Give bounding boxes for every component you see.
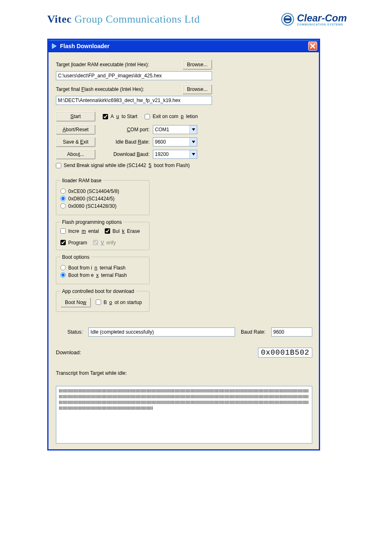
left-column: Target Iloader RAM executable (Intel Hex… — [56, 60, 212, 170]
rambase-opt-0[interactable]: 0xCE00 (SC14404/5/8) — [60, 188, 145, 194]
download-label: Download: — [56, 349, 81, 355]
status-line: Status: Idle (completed successfully) Ba… — [56, 327, 312, 337]
status-value: Idle (completed successfully) — [90, 329, 154, 335]
transcript-box[interactable]: IIIIIIIIIIIIIIIIIIIIIIIIIIIIIIIIIIIIIIII… — [56, 386, 312, 444]
app-icon — [51, 43, 58, 49]
about-button[interactable]: About... — [56, 149, 95, 159]
rambase-group: Iloader RAM base 0xCE00 (SC14404/5/8) 0x… — [56, 178, 150, 215]
exit-on-completion-checkbox[interactable]: Exit on completion — [145, 114, 198, 119]
svg-marker-3 — [52, 44, 56, 49]
flash-label: Target final Flash executable (Intel Hex… — [56, 86, 144, 92]
status-label: Status: — [56, 329, 83, 335]
idle-baud-select[interactable]: 9600 — [153, 137, 197, 146]
transcript-text: IIIIIIIIIIIIIIIIIIIIIIIIIIIIIIIIIIIIIIII… — [59, 388, 309, 411]
boot-now-button[interactable]: Boot Now — [60, 297, 91, 307]
transcript-label: Transcript from Target while idle: — [56, 370, 312, 376]
incremental-checkbox[interactable]: Incremental — [60, 228, 99, 234]
save-exit-button[interactable]: Save & Exit — [56, 137, 95, 147]
boot-options-group: Boot options Boot from internal Flash Bo… — [56, 254, 150, 284]
boot-external-radio[interactable]: Boot from external Flash — [60, 272, 145, 278]
brand-rest: Group Communications Ltd — [71, 13, 200, 25]
rambase-opt-2[interactable]: 0x0080 (SC14428/30) — [60, 203, 145, 209]
start-button[interactable]: Start — [56, 111, 95, 121]
flashprog-group: Flash programming options Incremental Bu… — [56, 219, 150, 250]
com-port-label: COM port: — [108, 127, 153, 132]
clearcom-sub: COMMUNICATION SYSTEMS — [297, 23, 347, 26]
chevron-down-icon — [189, 125, 197, 134]
download-baud-select[interactable]: 19200 — [153, 150, 197, 159]
browse-iloader-button[interactable]: Browse... — [182, 60, 212, 70]
right-column: Iloader RAM base 0xCE00 (SC14404/5/8) 0x… — [56, 178, 150, 316]
browse-flash-button[interactable]: Browse... — [182, 84, 212, 94]
abort-reset-button[interactable]: Abort/Reset — [56, 125, 95, 135]
brand-bold: Vitec — [47, 13, 71, 25]
chevron-down-icon — [189, 138, 197, 146]
bulkerase-checkbox[interactable]: Bulk Erase — [105, 228, 140, 234]
close-button[interactable] — [308, 42, 317, 51]
baud-value: 9600 — [273, 329, 284, 335]
rambase-opt-1[interactable]: 0xD800 (SC14424/5) — [60, 196, 145, 202]
com-port-value: COM1 — [153, 127, 189, 132]
download-baud-label: Download Baud: — [108, 151, 153, 157]
baud-label: Baud Rate: — [241, 329, 265, 335]
iloader-path-input[interactable] — [56, 71, 212, 80]
titlebar[interactable]: Flash Downloader — [48, 40, 319, 52]
close-icon — [310, 43, 316, 49]
app-window: Flash Downloader Target Iloader RAM exec… — [47, 39, 320, 451]
boot-legend: Boot options — [60, 254, 91, 260]
verify-checkbox: Verify — [93, 240, 116, 246]
status-value-box: Idle (completed successfully) — [88, 327, 235, 337]
auto-start-checkbox[interactable]: Auto Start — [103, 114, 137, 119]
document-header: Vitec Group Communications Ltd Clear-Com… — [0, 0, 392, 35]
send-break-checkbox[interactable]: Send Break signal while idle (SC14425 bo… — [56, 163, 190, 168]
clearcom-name: Clear-Com — [297, 13, 347, 23]
boot-internal-radio[interactable]: Boot from internal Flash — [60, 265, 145, 271]
program-checkbox[interactable]: Program — [60, 240, 87, 246]
clearcom-logo: Clear-Com COMMUNICATION SYSTEMS — [281, 12, 347, 26]
baud-value-box: 9600 — [271, 327, 312, 337]
rambase-legend: Iloader RAM base — [60, 178, 103, 183]
iloader-label: Target Iloader RAM executable (Intel Hex… — [56, 62, 149, 67]
download-baud-value: 19200 — [153, 151, 189, 157]
clearcom-icon — [281, 12, 295, 26]
brand-text: Vitec Group Communications Ltd — [47, 13, 200, 26]
appboot-group: App controlled boot for download Boot No… — [56, 288, 150, 312]
svg-rect-2 — [285, 18, 291, 20]
idle-baud-value: 9600 — [153, 139, 189, 145]
window-title: Flash Downloader — [60, 43, 110, 49]
chevron-down-icon — [189, 150, 197, 158]
boot-on-startup-checkbox[interactable]: Boot on startup — [96, 300, 142, 305]
com-port-select[interactable]: COM1 — [153, 125, 197, 134]
download-value: 0x0001B502 — [258, 348, 312, 358]
appboot-legend: App controlled boot for download — [60, 288, 136, 294]
idle-baud-label: Idle Baud Rate: — [108, 139, 153, 145]
flashprog-legend: Flash programming options — [60, 219, 123, 225]
download-line: Download: 0x0001B502 — [56, 348, 312, 357]
flash-path-input[interactable] — [56, 96, 212, 105]
